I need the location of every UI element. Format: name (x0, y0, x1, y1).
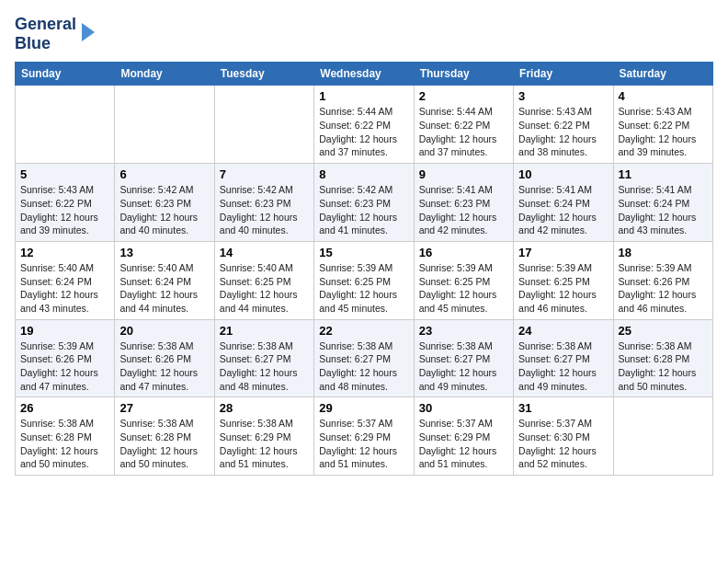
day-number: 6 (119, 167, 209, 181)
calendar-cell: 26Sunrise: 5:38 AM Sunset: 6:28 PM Dayli… (16, 397, 115, 476)
day-number: 29 (319, 401, 408, 415)
calendar-cell: 29Sunrise: 5:37 AM Sunset: 6:29 PM Dayli… (314, 397, 414, 476)
calendar-cell: 30Sunrise: 5:37 AM Sunset: 6:29 PM Dayli… (414, 397, 513, 476)
week-row-5: 26Sunrise: 5:38 AM Sunset: 6:28 PM Dayli… (16, 397, 713, 476)
day-info: Sunrise: 5:43 AM Sunset: 6:22 PM Dayligh… (518, 105, 608, 159)
day-number: 20 (119, 324, 209, 338)
day-info: Sunrise: 5:38 AM Sunset: 6:28 PM Dayligh… (20, 417, 109, 471)
logo-container: General Blue (15, 15, 98, 52)
calendar-cell: 24Sunrise: 5:38 AM Sunset: 6:27 PM Dayli… (514, 319, 613, 397)
day-info: Sunrise: 5:37 AM Sunset: 6:30 PM Dayligh… (518, 417, 608, 471)
calendar-cell: 2Sunrise: 5:44 AM Sunset: 6:22 PM Daylig… (414, 86, 513, 164)
day-number: 17 (518, 246, 608, 259)
day-info: Sunrise: 5:43 AM Sunset: 6:22 PM Dayligh… (20, 183, 109, 237)
day-number: 9 (419, 167, 508, 181)
calendar-cell: 13Sunrise: 5:40 AM Sunset: 6:24 PM Dayli… (115, 241, 214, 319)
day-info: Sunrise: 5:38 AM Sunset: 6:28 PM Dayligh… (119, 417, 209, 471)
day-number: 7 (220, 167, 309, 181)
day-info: Sunrise: 5:39 AM Sunset: 6:25 PM Dayligh… (518, 261, 608, 316)
calendar-cell: 14Sunrise: 5:40 AM Sunset: 6:25 PM Dayli… (214, 241, 313, 319)
calendar-cell: 28Sunrise: 5:38 AM Sunset: 6:29 PM Dayli… (214, 397, 313, 476)
calendar-cell (115, 86, 214, 164)
weekday-header-row: SundayMondayTuesdayWednesdayThursdayFrid… (16, 63, 713, 86)
calendar-cell: 12Sunrise: 5:40 AM Sunset: 6:24 PM Dayli… (16, 241, 115, 319)
logo: General Blue (15, 15, 98, 52)
day-info: Sunrise: 5:38 AM Sunset: 6:28 PM Dayligh… (619, 339, 708, 394)
day-info: Sunrise: 5:37 AM Sunset: 6:29 PM Dayligh… (319, 417, 408, 471)
day-info: Sunrise: 5:40 AM Sunset: 6:25 PM Dayligh… (220, 261, 309, 316)
day-number: 16 (419, 246, 508, 259)
day-info: Sunrise: 5:40 AM Sunset: 6:24 PM Dayligh… (119, 261, 209, 316)
day-info: Sunrise: 5:41 AM Sunset: 6:23 PM Dayligh… (419, 183, 508, 237)
day-number: 27 (119, 401, 209, 415)
day-number: 1 (319, 89, 408, 103)
day-number: 2 (419, 89, 508, 103)
day-info: Sunrise: 5:38 AM Sunset: 6:27 PM Dayligh… (319, 339, 408, 394)
weekday-header-friday: Friday (514, 63, 613, 86)
day-info: Sunrise: 5:38 AM Sunset: 6:27 PM Dayligh… (419, 339, 508, 394)
day-info: Sunrise: 5:38 AM Sunset: 6:26 PM Dayligh… (119, 339, 209, 394)
calendar-cell: 16Sunrise: 5:39 AM Sunset: 6:25 PM Dayli… (414, 241, 513, 319)
day-number: 15 (319, 246, 408, 259)
calendar-cell: 6Sunrise: 5:42 AM Sunset: 6:23 PM Daylig… (115, 164, 214, 242)
weekday-header-tuesday: Tuesday (214, 63, 313, 86)
week-row-1: 1Sunrise: 5:44 AM Sunset: 6:22 PM Daylig… (16, 86, 713, 164)
calendar-cell: 7Sunrise: 5:42 AM Sunset: 6:23 PM Daylig… (214, 164, 313, 242)
day-info: Sunrise: 5:42 AM Sunset: 6:23 PM Dayligh… (319, 183, 408, 237)
day-info: Sunrise: 5:41 AM Sunset: 6:24 PM Dayligh… (518, 183, 608, 237)
day-info: Sunrise: 5:40 AM Sunset: 6:24 PM Dayligh… (20, 261, 109, 316)
calendar-cell: 10Sunrise: 5:41 AM Sunset: 6:24 PM Dayli… (514, 164, 613, 242)
day-number: 30 (419, 401, 508, 415)
calendar-cell: 21Sunrise: 5:38 AM Sunset: 6:27 PM Dayli… (214, 319, 313, 397)
calendar-cell: 22Sunrise: 5:38 AM Sunset: 6:27 PM Dayli… (314, 319, 414, 397)
calendar-table: SundayMondayTuesdayWednesdayThursdayFrid… (15, 62, 713, 476)
calendar-cell: 8Sunrise: 5:42 AM Sunset: 6:23 PM Daylig… (314, 164, 414, 242)
calendar-cell: 19Sunrise: 5:39 AM Sunset: 6:26 PM Dayli… (16, 319, 115, 397)
day-info: Sunrise: 5:38 AM Sunset: 6:29 PM Dayligh… (220, 417, 309, 471)
day-info: Sunrise: 5:44 AM Sunset: 6:22 PM Dayligh… (319, 105, 408, 159)
calendar-cell: 4Sunrise: 5:43 AM Sunset: 6:22 PM Daylig… (613, 86, 712, 164)
week-row-3: 12Sunrise: 5:40 AM Sunset: 6:24 PM Dayli… (16, 241, 713, 319)
week-row-4: 19Sunrise: 5:39 AM Sunset: 6:26 PM Dayli… (16, 319, 713, 397)
calendar-cell: 31Sunrise: 5:37 AM Sunset: 6:30 PM Dayli… (514, 397, 613, 476)
day-number: 5 (20, 167, 109, 181)
calendar-cell: 17Sunrise: 5:39 AM Sunset: 6:25 PM Dayli… (514, 241, 613, 319)
day-number: 13 (119, 246, 209, 259)
day-number: 19 (20, 324, 109, 338)
calendar-cell (16, 86, 115, 164)
day-number: 28 (220, 401, 309, 415)
calendar-cell (613, 397, 712, 476)
day-info: Sunrise: 5:38 AM Sunset: 6:27 PM Dayligh… (220, 339, 309, 394)
calendar-cell: 27Sunrise: 5:38 AM Sunset: 6:28 PM Dayli… (115, 397, 214, 476)
calendar-cell: 9Sunrise: 5:41 AM Sunset: 6:23 PM Daylig… (414, 164, 513, 242)
header: General Blue (15, 15, 713, 52)
calendar-cell: 15Sunrise: 5:39 AM Sunset: 6:25 PM Dayli… (314, 241, 414, 319)
calendar-cell: 23Sunrise: 5:38 AM Sunset: 6:27 PM Dayli… (414, 319, 513, 397)
day-info: Sunrise: 5:37 AM Sunset: 6:29 PM Dayligh… (419, 417, 508, 471)
day-info: Sunrise: 5:43 AM Sunset: 6:22 PM Dayligh… (619, 105, 708, 159)
calendar-cell: 18Sunrise: 5:39 AM Sunset: 6:26 PM Dayli… (613, 241, 712, 319)
day-number: 14 (220, 246, 309, 259)
day-number: 25 (619, 324, 708, 338)
day-info: Sunrise: 5:39 AM Sunset: 6:25 PM Dayligh… (419, 261, 508, 316)
calendar-cell: 3Sunrise: 5:43 AM Sunset: 6:22 PM Daylig… (514, 86, 613, 164)
calendar-cell: 11Sunrise: 5:41 AM Sunset: 6:24 PM Dayli… (613, 164, 712, 242)
day-info: Sunrise: 5:44 AM Sunset: 6:22 PM Dayligh… (419, 105, 508, 159)
logo-text-block: General Blue (15, 15, 76, 52)
calendar-cell: 20Sunrise: 5:38 AM Sunset: 6:26 PM Dayli… (115, 319, 214, 397)
weekday-header-sunday: Sunday (16, 63, 115, 86)
logo-chevron-icon (78, 19, 98, 45)
day-number: 4 (619, 89, 708, 103)
day-number: 22 (319, 324, 408, 338)
day-number: 12 (20, 246, 109, 259)
day-number: 11 (619, 167, 708, 181)
calendar-cell: 5Sunrise: 5:43 AM Sunset: 6:22 PM Daylig… (16, 164, 115, 242)
day-number: 21 (220, 324, 309, 338)
calendar-cell: 1Sunrise: 5:44 AM Sunset: 6:22 PM Daylig… (314, 86, 414, 164)
day-number: 3 (518, 89, 608, 103)
weekday-header-wednesday: Wednesday (314, 63, 414, 86)
day-number: 10 (518, 167, 608, 181)
weekday-header-thursday: Thursday (414, 63, 513, 86)
day-number: 24 (518, 324, 608, 338)
weekday-header-monday: Monday (115, 63, 214, 86)
